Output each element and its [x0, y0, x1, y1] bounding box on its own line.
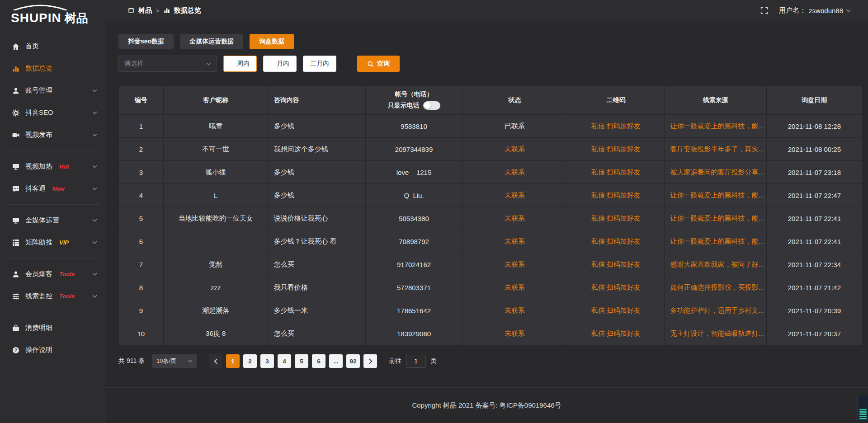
page-button-5[interactable]: 5 — [295, 354, 308, 368]
breadcrumb-root[interactable]: 树品 — [138, 6, 152, 15]
table-header-row: 编号客户昵称咨询内容帐号（电话）只显示电话状态二维码线索来源询盘日期 — [119, 86, 863, 115]
username-value: zswodun88 — [809, 7, 843, 14]
sidebar-item-account-manage[interactable]: 账号管理 — [0, 80, 105, 102]
sidebar-divider — [6, 312, 99, 312]
sidebar-item-member-baoke[interactable]: 会员爆客Tools — [0, 263, 105, 285]
cell-source[interactable]: 无主灯设计，智能磁吸轨道灯... — [665, 322, 766, 345]
prev-page-button[interactable] — [209, 354, 222, 368]
cell-status: 未联系 — [462, 207, 567, 230]
sidebar-item-label: 矩阵助推 — [25, 238, 52, 247]
table-row: 6多少钱？让我死心 看70898792未联系私信 扫码加好友让你一眼就爱上的黑科… — [119, 230, 863, 253]
cell-content: 我想问这个多少钱 — [268, 138, 365, 161]
sidebar-item-media-operation[interactable]: 全媒体运营 — [0, 209, 105, 231]
tab-3[interactable]: 询盘数据 — [250, 34, 294, 49]
toggle-knob — [424, 102, 431, 109]
pagination: 共 911 条 10条/页 123456...92 — [118, 354, 863, 368]
account-select[interactable]: 请选择 — [118, 56, 217, 72]
cell-qrcode[interactable]: 私信 扫码加好友 — [567, 207, 664, 230]
sidebar-item-douyin-seo[interactable]: 抖音SEO — [0, 102, 105, 124]
sidebar-item-data-overview[interactable]: 数据总览 — [0, 57, 105, 80]
tab-2[interactable]: 全媒体运营数据 — [180, 34, 243, 49]
cell-date: 2021-11-08 12:28 — [766, 115, 862, 138]
phone-only-label: 只显示电话 — [388, 102, 420, 110]
cell-source[interactable]: 客厅安装投影半年多了，真实... — [665, 138, 766, 161]
table-row: 2不可一世我想问这个多少钱2097344839未联系私信 扫码加好友客厅安装投影… — [119, 138, 863, 161]
search-button[interactable]: 查询 — [357, 56, 400, 72]
cell-status: 未联系 — [462, 322, 567, 345]
cell-qrcode[interactable]: 私信 扫码加好友 — [567, 299, 664, 322]
cell-source[interactable]: 被大家追着问的客厅投影分享... — [665, 161, 766, 184]
cell-source[interactable]: 让你一眼就爱上的黑科技，能... — [665, 115, 766, 138]
cell-qrcode[interactable]: 私信 扫码加好友 — [567, 322, 664, 345]
pager-ellipsis[interactable]: ... — [329, 354, 343, 368]
cell-source[interactable]: 如何正确选择投影仪，买投影... — [665, 276, 766, 299]
cell-qrcode[interactable]: 私信 扫码加好友 — [567, 184, 664, 207]
main-column: 树品 > 数据总览 用户名： zswodun88 — [105, 0, 868, 423]
cell-qrcode[interactable]: 私信 扫码加好友 — [567, 230, 664, 253]
wallet-icon — [12, 324, 19, 332]
cell-qrcode[interactable]: 私信 扫码加好友 — [567, 138, 664, 161]
range-button-1[interactable]: 一周内 — [223, 56, 257, 72]
page-size-select[interactable]: 10条/页 — [152, 354, 197, 368]
cell-source[interactable]: 让你一眼就爱上的黑科技，能... — [665, 230, 766, 253]
video-icon — [12, 132, 19, 139]
column-header-nick: 客户昵称 — [163, 86, 268, 115]
sliders-icon — [12, 293, 19, 300]
inquiry-table: 编号客户昵称咨询内容帐号（电话）只显示电话状态二维码线索来源询盘日期 1哦章多少… — [118, 85, 863, 345]
chat-widget[interactable] — [858, 395, 868, 421]
page-button-92[interactable]: 92 — [346, 354, 360, 368]
cell-qrcode[interactable]: 私信 扫码加好友 — [567, 115, 664, 138]
page-button-1[interactable]: 1 — [226, 354, 240, 368]
username-label: 用户名： — [779, 6, 806, 15]
content-area: 抖音seo数据全媒体运营数据询盘数据 请选择 一周内一月内三月内 查询 — [105, 21, 868, 387]
sidebar-item-clue-monitor[interactable]: 线索监控Tools — [0, 285, 105, 307]
sidebar-item-douketong[interactable]: 抖客通New — [0, 178, 105, 200]
sidebar-item-badge: New — [52, 185, 65, 192]
user-icon — [12, 87, 19, 94]
cell-qrcode[interactable]: 私信 扫码加好友 — [567, 161, 664, 184]
sidebar-item-matrix-boost[interactable]: 矩阵助推VIP — [0, 231, 105, 254]
page-button-6[interactable]: 6 — [312, 354, 326, 368]
sidebar-item-video-heat[interactable]: 视频加热Hot — [0, 155, 105, 178]
sidebar-item-help[interactable]: ?操作说明 — [0, 339, 105, 361]
column-header-content: 咨询内容 — [268, 86, 365, 115]
tab-1[interactable]: 抖音seo数据 — [118, 34, 174, 49]
cell-date: 2021-11-07 22:41 — [766, 230, 862, 253]
cell-date: 2021-11-07 22:41 — [766, 207, 862, 230]
total-count: 共 911 条 — [118, 357, 145, 365]
cell-account: 50534380 — [366, 207, 462, 230]
chevron-down-icon — [92, 219, 97, 222]
sidebar-item-video-publish[interactable]: 视频发布 — [0, 124, 105, 146]
cell-status: 未联系 — [462, 138, 567, 161]
cell-source[interactable]: 让你一眼就爱上的黑科技，能... — [665, 207, 766, 230]
cell-status: 未联系 — [462, 276, 567, 299]
page-button-3[interactable]: 3 — [260, 354, 274, 368]
cell-source[interactable]: 让你一眼就爱上的黑科技，能... — [665, 184, 766, 207]
page-size-value: 10条/页 — [156, 357, 176, 365]
chevron-down-icon — [92, 187, 97, 190]
widget-stripe — [859, 409, 867, 410]
app-layout: SHUPIN 树品 首页数据总览账号管理抖音SEO视频发布视频加热Hot抖客通N… — [0, 0, 868, 423]
range-buttons: 一周内一月内三月内 — [217, 56, 336, 72]
cell-qrcode[interactable]: 私信 扫码加好友 — [567, 276, 664, 299]
cell-account: 178651642 — [366, 299, 462, 322]
user-menu[interactable]: 用户名： zswodun88 — [779, 6, 851, 15]
goto-page-input[interactable] — [406, 355, 426, 368]
range-button-2[interactable]: 一月内 — [263, 56, 297, 72]
sidebar-item-consume-detail[interactable]: 消费明细 — [0, 317, 105, 339]
table-row: 5当地比较能吃的一位美女说说价格让我死心50534380未联系私信 扫码加好友让… — [119, 207, 863, 230]
cell-account: 9583810 — [366, 115, 462, 138]
cell-account: 70898792 — [366, 230, 462, 253]
phone-only-toggle[interactable] — [423, 101, 440, 110]
page-button-4[interactable]: 4 — [278, 354, 291, 368]
fullscreen-icon[interactable] — [760, 7, 768, 14]
page-button-2[interactable]: 2 — [243, 354, 257, 368]
cell-qrcode[interactable]: 私信 扫码加好友 — [567, 253, 664, 276]
sidebar-item-home[interactable]: 首页 — [0, 35, 105, 57]
range-button-3[interactable]: 三月内 — [303, 56, 336, 72]
next-page-button[interactable] — [363, 354, 377, 368]
cell-source[interactable]: 多功能护栏灯，适用于乡村文... — [665, 299, 766, 322]
chevron-down-icon — [92, 89, 97, 92]
cell-source[interactable]: 感谢大家喜欢我家，被问了好... — [665, 253, 766, 276]
cell-status: 未联系 — [462, 299, 567, 322]
